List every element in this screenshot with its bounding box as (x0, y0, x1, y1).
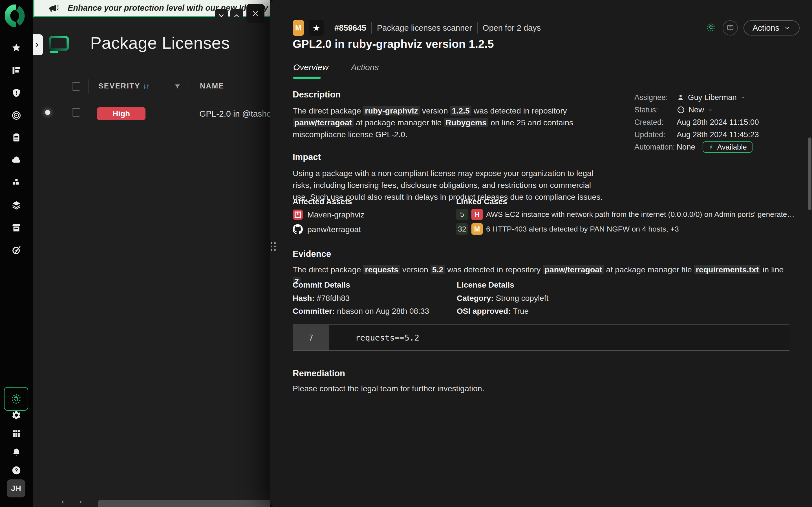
impact-heading: Impact (293, 152, 608, 162)
overview-main-column: Description The direct package ruby-grap… (293, 90, 608, 215)
app-root: ? JH Enhance your protection level with … (0, 0, 812, 507)
blocks-icon (11, 177, 21, 187)
package-registry-icon (293, 210, 303, 220)
copilot-spark-icon[interactable] (705, 21, 717, 35)
asset-item[interactable]: Maven-graphviz (293, 209, 451, 221)
comment-icon (726, 24, 734, 32)
storefront-icon (11, 223, 21, 233)
sidebar-item-explore[interactable] (10, 244, 22, 256)
active-tab-indicator (293, 76, 320, 79)
status-value[interactable]: New (677, 105, 713, 114)
description-heading: Description (293, 90, 608, 100)
package-licenses-icon (48, 36, 72, 53)
case-detail-drawer: M ★ #859645 Package licenses scanner Ope… (270, 0, 812, 507)
banner-previous-button[interactable] (230, 9, 243, 22)
linked-cases-heading: Linked Cases (456, 197, 797, 206)
sidebar-item-copilot-active[interactable] (4, 387, 28, 411)
row-checkbox[interactable] (72, 108, 80, 117)
commit-details: Commit Details Hash: #78fdh83 Committer:… (293, 281, 429, 316)
sort-icon[interactable]: ↓↑ (143, 82, 149, 90)
user-avatar[interactable]: JH (7, 480, 26, 497)
assignee-row: Assignee: Guy Liberman (635, 91, 804, 104)
evidence-heading: Evidence (293, 249, 795, 259)
sidebar-item-cloud[interactable] (10, 154, 22, 166)
sidebar-item-settings[interactable] (10, 409, 22, 421)
remediation-section: Remediation Please contact the legal tea… (293, 369, 772, 394)
remediation-heading: Remediation (293, 369, 772, 379)
banner-collapse-button[interactable] (215, 9, 228, 22)
table-row[interactable]: High GPL-2.0 in @tashop/c (33, 95, 270, 130)
committer: nbason on Aug 28th 08:33 (335, 307, 429, 316)
tab-bar: Overview Actions (293, 62, 378, 72)
layout-icon (11, 65, 21, 75)
package-licenses-panel: Package Licenses SEVERITY ↓↑ NAME High G… (33, 17, 270, 507)
affected-assets-section: Affected Assets Maven-graphviz panw/terr… (293, 197, 451, 235)
osi-approved: True (511, 307, 529, 316)
select-all-checkbox[interactable] (72, 82, 80, 91)
assignee-value[interactable]: Guy Liberman (677, 93, 746, 102)
column-severity[interactable]: SEVERITY ↓↑ (98, 82, 149, 91)
severity-badge: M (471, 223, 483, 235)
help-icon: ? (11, 465, 21, 475)
scroll-left-icon[interactable] (60, 499, 65, 506)
severity-badge: H (471, 209, 483, 220)
case-header-actions: Actions (705, 20, 800, 36)
apps-grid-icon (11, 429, 21, 439)
alert-count-badge: 5 (456, 209, 468, 220)
expand-sidebar-button[interactable] (33, 34, 43, 55)
sidebar-item-cases[interactable] (10, 131, 22, 144)
automation-row: Automation: None Available (635, 141, 804, 153)
chevron-down-icon (784, 24, 791, 31)
column-name[interactable]: NAME (200, 82, 224, 91)
scroll-right-icon[interactable] (78, 499, 84, 506)
tab-actions[interactable]: Actions (351, 62, 378, 72)
vertical-scrollbar[interactable] (808, 137, 811, 210)
sidebar-item-help[interactable]: ? (10, 464, 22, 476)
case-id: #859645 (335, 23, 366, 33)
case-severity-badge: M (293, 20, 304, 36)
copilot-spark-icon (9, 392, 23, 406)
comments-button[interactable] (723, 20, 738, 36)
sidebar-item-attack-surface[interactable] (10, 109, 22, 122)
horizontal-scrollbar[interactable] (98, 500, 270, 507)
layers-icon (11, 200, 21, 210)
license-details: License Details Category: Strong copylef… (457, 281, 548, 316)
description-text: The direct package ruby-graphviz version… (293, 105, 608, 140)
status-row: Status: New (635, 104, 804, 116)
drag-handle[interactable] (271, 242, 278, 251)
sidebar-item-apps[interactable] (10, 428, 22, 440)
actions-button[interactable]: Actions (744, 20, 800, 36)
updated-value: Aug 28th 2024 11:45:23 (677, 130, 759, 139)
case-open-duration: Open for 2 days (483, 23, 541, 33)
commit-hash: #78fdh83 (315, 294, 350, 302)
star-icon (11, 43, 21, 53)
sidebar-item-assets[interactable] (10, 176, 22, 189)
automation-value: None (677, 143, 695, 152)
linked-case-item[interactable]: 5 H AWS EC2 instance with network path f… (456, 208, 797, 221)
sidebar-item-marketplace[interactable] (10, 221, 22, 234)
sidebar: ? JH (0, 0, 33, 507)
person-icon (677, 94, 684, 101)
asset-item[interactable]: panw/terragoat (293, 223, 451, 235)
chevron-down-icon (740, 95, 746, 100)
filter-icon[interactable] (173, 83, 181, 92)
sidebar-item-dashboards[interactable] (10, 64, 22, 76)
tab-overview[interactable]: Overview (293, 62, 328, 72)
alert-count-badge: 32 (456, 223, 468, 235)
case-metadata: Assignee: Guy Liberman Status: New Creat… (635, 91, 804, 153)
linked-case-item[interactable]: 32 M 6 HTTP-403 alerts detected by PAN N… (456, 223, 797, 235)
status-new-icon (677, 106, 685, 114)
star-button[interactable]: ★ (309, 20, 324, 36)
sidebar-item-notifications[interactable] (10, 446, 22, 459)
automation-available-badge[interactable]: Available (703, 142, 753, 153)
brand-logo-icon[interactable] (5, 4, 28, 27)
case-title: GPL2.0 in ruby-graphviz version 1.2.5 (293, 38, 494, 50)
sidebar-item-policies[interactable] (10, 199, 22, 211)
sidebar-item-favorites[interactable] (10, 42, 22, 54)
chevron-right-icon (33, 41, 41, 48)
banner-close-button[interactable] (246, 4, 264, 23)
shield-alert-icon (11, 88, 21, 98)
clipboard-icon (11, 132, 21, 143)
issue-name[interactable]: GPL-2.0 in @tashop/c (199, 107, 270, 120)
sidebar-item-issues[interactable] (10, 87, 22, 99)
